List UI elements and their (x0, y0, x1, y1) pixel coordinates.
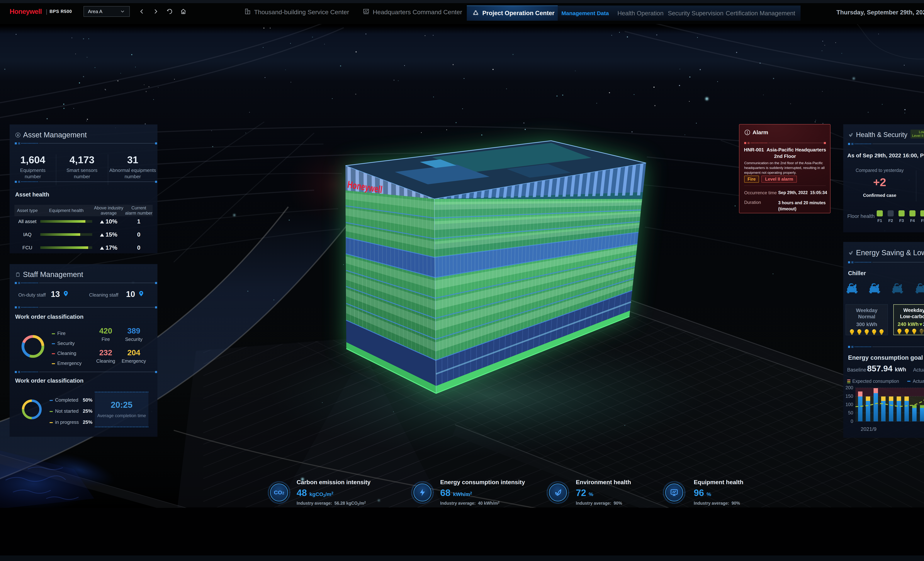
svg-text:0: 0 (850, 419, 853, 424)
svg-text:200: 200 (846, 385, 853, 390)
svg-text:2021/9: 2021/9 (861, 426, 876, 432)
svg-text:150: 150 (846, 393, 853, 399)
svg-text:50: 50 (848, 410, 853, 415)
svg-text:100: 100 (846, 402, 853, 407)
